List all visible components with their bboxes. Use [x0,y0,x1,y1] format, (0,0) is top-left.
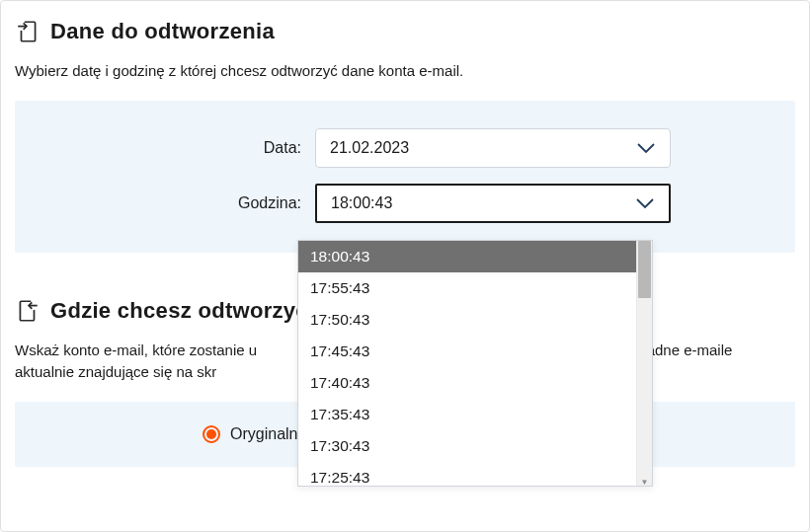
date-label: Data: [35,139,301,157]
section-title: Gdzie chcesz odtworzyć [50,298,308,324]
restore-data-section: Dane do odtworzenia Wybierz datę i godzi… [1,1,809,253]
dropdown-item[interactable]: 17:35:43 [298,399,636,430]
scrollbar-thumb[interactable] [638,241,651,298]
dropdown-item[interactable]: 17:45:43 [298,336,636,367]
radio-icon [202,425,220,443]
chevron-down-icon [636,142,656,154]
time-label: Godzina: [35,194,301,212]
dropdown-item[interactable]: 17:30:43 [298,430,636,462]
dropdown-list: 18:00:43 17:55:43 17:50:43 17:45:43 17:4… [298,241,636,486]
scrollbar[interactable]: ▲ ▼ [636,241,652,486]
dropdown-item[interactable]: 17:40:43 [298,367,636,399]
scroll-down-icon[interactable]: ▼ [637,476,652,488]
date-value: 21.02.2023 [330,139,409,157]
dropdown-item[interactable]: 18:00:43 [298,241,636,272]
time-dropdown[interactable]: 18:00:43 17:55:43 17:50:43 17:45:43 17:4… [297,240,653,487]
time-select[interactable]: 18:00:43 [315,184,671,223]
export-icon [15,19,40,44]
section-title: Dane do odtworzenia [50,19,275,44]
form-panel: Data: 21.02.2023 Godzina: 18:00:43 [15,101,795,253]
section-description: Wybierz datę i godzinę z której chcesz o… [15,60,795,83]
time-row: Godzina: 18:00:43 [35,184,775,223]
dropdown-item[interactable]: 17:50:43 [298,304,636,336]
time-value: 18:00:43 [331,194,392,212]
chevron-down-icon [635,197,655,209]
dropdown-item[interactable]: 17:55:43 [298,272,636,304]
section-header: Dane do odtworzenia [15,19,795,44]
date-select[interactable]: 21.02.2023 [315,128,671,168]
dropdown-item[interactable]: 17:25:43 [298,462,636,486]
date-row: Data: 21.02.2023 [35,128,775,168]
import-icon [15,298,40,324]
